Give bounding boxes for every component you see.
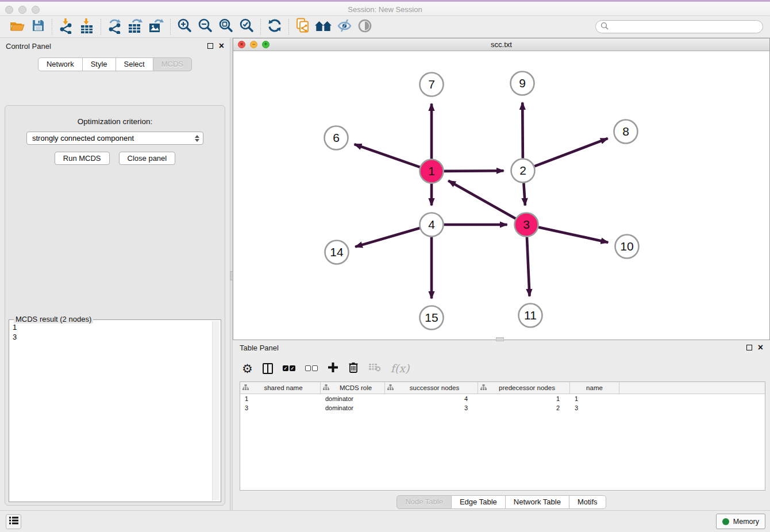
node-table-header: shared nameMCDS rolesuccessor nodesprede… [240,382,765,394]
graph-node-label-11: 11 [524,309,537,322]
mcds-buttons-row: Run MCDS Close panel [5,152,225,165]
tab-style[interactable]: Style [82,57,116,71]
zoom-fit-button[interactable] [215,18,236,36]
tab-network[interactable]: Network [38,57,83,71]
graph-edge-3-10[interactable] [538,228,608,242]
tab-select[interactable]: Select [116,57,153,71]
graph-edge-1-6[interactable] [355,144,420,167]
graph-edge-3-11[interactable] [527,237,530,296]
mcds-result-text[interactable]: 13 [10,321,211,500]
table-cell[interactable]: 3 [570,404,619,411]
memory-button[interactable]: Memory [716,514,765,529]
close-table-panel-icon[interactable]: × [758,345,763,350]
close-panel-button[interactable]: Close panel [119,152,176,165]
graph-edge-1-2[interactable] [444,171,503,171]
table-cell[interactable]: 1 [240,395,321,402]
run-mcds-button[interactable]: Run MCDS [55,152,110,165]
tab-edge-table[interactable]: Edge Table [451,495,506,509]
tab-network-table[interactable]: Network Table [505,495,569,509]
eye-slash-icon [337,18,352,35]
fx-icon: f(x) [391,362,410,375]
tab-motifs[interactable]: Motifs [569,495,606,509]
first-neighbors-button[interactable] [313,18,334,36]
tab-node-table[interactable]: Node Table [396,495,452,509]
column-header-label: shared name [249,384,318,391]
select-stepper-icon [195,135,199,142]
table-cell[interactable]: 1 [570,395,619,402]
graph-edge-2-3[interactable] [523,183,525,205]
column-header-shared-name[interactable]: shared name [240,382,321,394]
graph-node-label-6: 6 [333,131,340,144]
graph-node-label-9: 9 [519,76,526,90]
table-cell[interactable]: 2 [478,404,570,411]
session-title: Session: New Session [0,5,770,14]
add-row-button[interactable] [328,362,338,375]
toolbar-separator [101,19,101,35]
table-cell[interactable]: 4 [385,395,478,402]
import-network-button[interactable] [56,18,76,36]
zoom-in-button[interactable] [174,18,195,36]
table-cell[interactable]: dominator [321,404,385,411]
select-all-button[interactable]: ✓✓ [283,365,295,371]
gear-icon: ⚙ [242,363,253,375]
column-header-label: MCDS role [329,384,382,391]
eye-icon [357,18,372,36]
zoom-selected-button[interactable] [236,18,257,36]
table-cell[interactable]: 3 [385,404,478,411]
table-row[interactable]: 1dominator411 [240,394,765,403]
column-header-predecessor-nodes[interactable]: predecessor nodes [478,382,570,394]
deselect-all-button[interactable] [305,365,318,371]
close-panel-icon[interactable]: × [219,43,224,49]
delete-table-button[interactable] [368,363,381,374]
optimization-criterion-select[interactable]: strongly connected component [26,132,203,145]
tab-mcds[interactable]: MCDS [153,57,192,71]
graph-edge-3-1[interactable] [448,180,515,218]
task-history-button[interactable] [6,514,21,529]
graph-edge-4-14[interactable] [355,228,419,247]
open-session-button[interactable] [7,18,28,36]
function-builder-button[interactable]: f(x) [391,362,410,375]
import-table-button[interactable] [76,18,97,36]
graph-node-label-3: 3 [523,218,530,231]
network-view-title: scc.txt [233,40,769,49]
table-cell[interactable]: 1 [478,395,570,402]
graph-edge-2-8[interactable] [534,138,608,166]
graph-node-label-8: 8 [622,125,629,138]
zoom-out-button[interactable] [195,18,215,36]
export-table-button[interactable] [125,18,146,36]
optimization-criterion-label: Optimization criterion: [5,117,225,126]
export-image-button[interactable] [146,18,167,36]
graph-edge-2-9[interactable] [522,102,523,158]
result-scrollbar[interactable] [212,321,220,500]
table-cell[interactable]: dominator [321,395,385,402]
clone-network-icon [296,18,310,36]
export-network-button[interactable] [105,18,125,36]
os-titlebar: Session: New Session [0,0,770,16]
network-canvas[interactable]: 1234678910111415 [233,51,769,340]
control-panel-tabs: NetworkStyleSelectMCDS [0,57,230,71]
result-line: 1 [13,322,209,332]
hide-selected-button[interactable] [334,18,355,36]
column-header-label: name [572,384,617,391]
float-panel-icon[interactable] [207,43,213,49]
column-header-successor-nodes[interactable]: successor nodes [385,382,478,394]
table-divider-grip[interactable] [496,337,504,341]
show-column-button[interactable] [263,363,273,374]
save-session-button[interactable] [28,18,48,36]
apply-layout-button[interactable] [264,18,285,36]
export-table-icon [128,18,144,36]
table-panel: Table Panel × ⚙ ✓✓ f(x) shared nameMCDS … [233,340,770,510]
graph-node-label-7: 7 [428,78,435,91]
table-row[interactable]: 3dominator323 [240,403,765,413]
delete-row-button[interactable] [348,361,359,376]
table-cell[interactable]: 3 [240,404,321,411]
column-header-name[interactable]: name [570,382,619,394]
show-all-button[interactable] [355,18,375,36]
column-header-MCDS-role[interactable]: MCDS role [321,382,385,394]
table-settings-button[interactable]: ⚙ [242,363,253,375]
node-table: shared nameMCDS rolesuccessor nodesprede… [240,381,765,491]
zoom-out-icon [198,18,213,36]
float-table-panel-icon[interactable] [746,345,752,350]
search-input[interactable] [611,22,758,32]
clone-network-button[interactable] [292,18,313,36]
